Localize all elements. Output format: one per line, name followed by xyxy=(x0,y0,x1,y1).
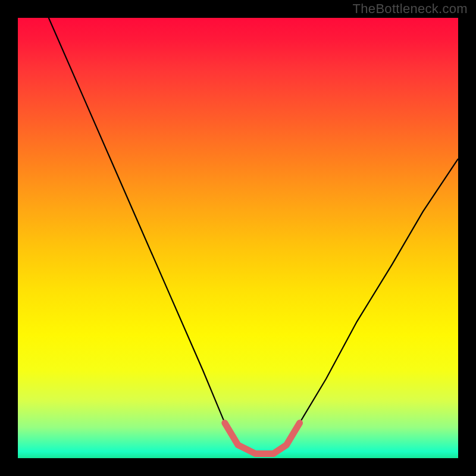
watermark-text: TheBottleneck.com xyxy=(353,1,468,17)
chart-plot-area xyxy=(18,18,458,458)
main-curve-path xyxy=(18,18,458,454)
highlight-band-path xyxy=(225,423,300,454)
chart-svg xyxy=(18,18,458,458)
